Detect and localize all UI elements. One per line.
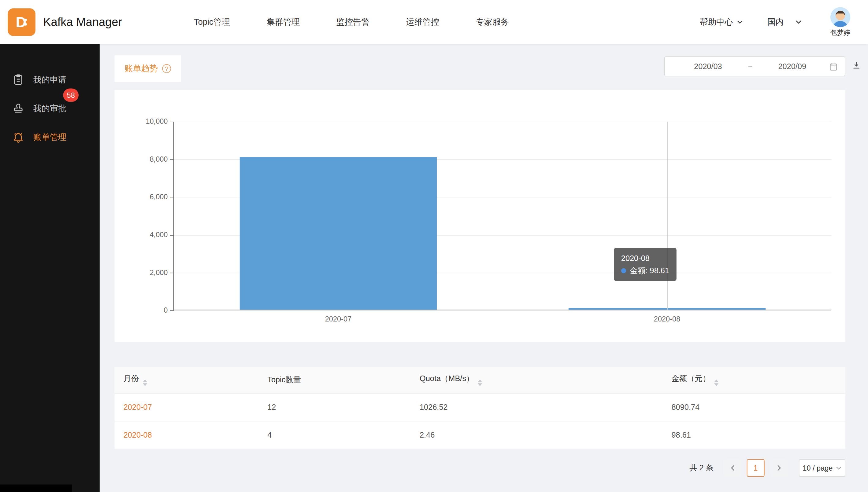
user-menu[interactable]: 包梦婷	[826, 7, 855, 38]
y-axis-labels: 10,0008,0006,0004,0002,0000	[115, 122, 168, 310]
svg-text:D: D	[16, 14, 26, 30]
alarm-bell-icon	[12, 131, 24, 143]
header-right: 帮助中心 国内 包梦婷	[700, 7, 868, 38]
nav-expert-service[interactable]: 专家服务	[476, 17, 509, 27]
region-menu[interactable]: 国内	[767, 17, 802, 27]
chevron-left-icon	[730, 465, 735, 471]
tooltip-value: 金额: 98.61	[630, 264, 669, 276]
y-tick-mark	[170, 197, 174, 198]
chevron-right-icon	[777, 465, 781, 471]
bar-2020-07[interactable]	[239, 157, 437, 310]
avatar-illustration	[830, 7, 850, 27]
amount-cell: 8090.74	[663, 393, 845, 421]
page-size-select[interactable]: 10 / page	[799, 459, 845, 477]
pagination: 共 2 条 1 10 / page	[115, 459, 845, 477]
y-tick-label: 6,000	[115, 193, 168, 201]
column-header-amount[interactable]: 金额（元）	[663, 367, 845, 393]
column-header-topic-count: Topic数量	[258, 367, 411, 393]
series-dot-icon	[621, 268, 626, 273]
sidebar-bottom-bar	[0, 485, 72, 492]
y-tick-mark	[170, 310, 174, 311]
billing-trend-chart: 10,0008,0006,0004,0002,0000 2020-08 金额: …	[115, 90, 845, 342]
date-start-value[interactable]: 2020/03	[672, 62, 745, 71]
user-name: 包梦婷	[830, 28, 850, 37]
app-root: D Kafka Manager Topic管理 集群管理 监控告警 运维管控 专…	[0, 0, 868, 492]
chevron-down-icon	[796, 20, 802, 24]
app-logo[interactable]: D	[8, 8, 36, 36]
date-end-value[interactable]: 2020/09	[756, 62, 829, 71]
nav-ops-control[interactable]: 运维管控	[406, 17, 440, 27]
y-tick-label: 10,000	[115, 117, 168, 126]
region-label: 国内	[767, 17, 784, 27]
sidebar: 我的申请 我的审批 58 账单管理	[0, 44, 100, 492]
topic-count-cell: 12	[258, 393, 411, 421]
y-tick-mark	[170, 159, 174, 160]
nav-cluster-management[interactable]: 集群管理	[266, 17, 300, 27]
approval-count-badge: 58	[63, 89, 78, 102]
table-row: 2020-08 4 2.46 98.61	[115, 421, 845, 449]
sidebar-item-label: 账单管理	[33, 132, 67, 142]
sort-icon[interactable]	[714, 379, 719, 386]
tab-label: 账单趋势	[124, 63, 158, 74]
page-1-button[interactable]: 1	[747, 459, 765, 477]
sidebar-item-billing-management[interactable]: 账单管理	[0, 123, 100, 152]
download-button[interactable]	[851, 60, 862, 72]
tooltip-title: 2020-08	[621, 252, 669, 264]
y-tick-label: 0	[115, 306, 168, 314]
avatar	[830, 7, 850, 27]
topic-count-cell: 4	[258, 421, 411, 449]
quota-cell: 1026.52	[411, 393, 663, 421]
sidebar-item-label: 我的审批	[33, 103, 67, 114]
app-title: Kafka Manager	[43, 16, 122, 29]
hover-crosshair	[667, 122, 668, 310]
y-tick-mark	[170, 273, 174, 273]
nav-monitoring-alerts[interactable]: 监控告警	[336, 17, 370, 27]
table-row: 2020-07 12 1026.52 8090.74	[115, 393, 845, 421]
main-content: 账单趋势 ? 2020/03 ~ 2020/09 10,0008,0006,00…	[100, 44, 868, 492]
sidebar-item-my-approvals[interactable]: 我的审批 58	[0, 94, 100, 123]
month-link[interactable]: 2020-08	[123, 430, 152, 439]
top-nav: Topic管理 集群管理 监控告警 运维管控 专家服务	[194, 17, 509, 27]
billing-table-card: 月份 Topic数量 Quota（MB/s） 金额（元）	[115, 367, 845, 449]
date-range-picker[interactable]: 2020/03 ~ 2020/09	[664, 56, 845, 76]
prev-page-button[interactable]	[724, 459, 742, 477]
y-tick-mark	[170, 122, 174, 122]
sidebar-item-label: 我的申请	[33, 74, 67, 85]
chart-plot-area: 2020-08 金额: 98.61 2020-072020-08	[173, 122, 831, 310]
sidebar-item-my-applications[interactable]: 我的申请	[0, 66, 100, 94]
quota-cell: 2.46	[411, 421, 663, 449]
download-icon	[851, 60, 862, 70]
logo-d-icon: D	[13, 13, 30, 31]
table-header-row: 月份 Topic数量 Quota（MB/s） 金额（元）	[115, 367, 845, 393]
date-range-separator: ~	[745, 62, 756, 71]
x-tick-label: 2020-08	[502, 315, 831, 323]
calendar-icon	[829, 62, 838, 71]
y-tick-label: 2,000	[115, 268, 168, 276]
column-header-month[interactable]: 月份	[115, 367, 259, 393]
nav-topic-management[interactable]: Topic管理	[194, 17, 230, 27]
chevron-down-icon	[836, 466, 841, 470]
month-link[interactable]: 2020-07	[123, 403, 152, 412]
tab-billing-trend[interactable]: 账单趋势 ?	[115, 55, 181, 82]
x-tick-label: 2020-07	[174, 315, 502, 323]
help-center-label: 帮助中心	[700, 17, 733, 27]
y-tick-label: 8,000	[115, 155, 168, 163]
y-tick-label: 4,000	[115, 230, 168, 239]
chart-tooltip: 2020-08 金额: 98.61	[614, 248, 676, 281]
sort-icon[interactable]	[143, 379, 147, 386]
amount-cell: 98.61	[663, 421, 845, 449]
chevron-down-icon	[737, 20, 743, 24]
stamp-icon	[12, 102, 24, 115]
y-tick-mark	[170, 235, 174, 236]
help-icon[interactable]: ?	[162, 64, 171, 73]
page-size-label: 10 / page	[802, 464, 832, 472]
help-center-menu[interactable]: 帮助中心	[700, 17, 743, 27]
gridline	[174, 122, 831, 122]
sort-icon[interactable]	[478, 379, 482, 386]
column-header-quota[interactable]: Quota（MB/s）	[411, 367, 663, 393]
total-count-label: 共 2 条	[689, 463, 713, 473]
clipboard-icon	[12, 74, 24, 86]
app-header: D Kafka Manager Topic管理 集群管理 监控告警 运维管控 专…	[0, 0, 868, 44]
billing-table: 月份 Topic数量 Quota（MB/s） 金额（元）	[115, 367, 845, 449]
next-page-button[interactable]	[770, 459, 788, 477]
